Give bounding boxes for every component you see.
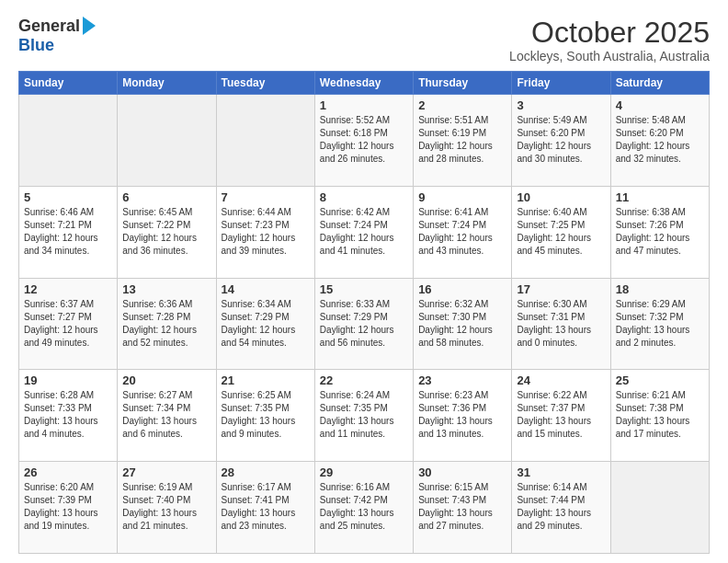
cell-info-text: and 39 minutes. <box>222 245 310 258</box>
cell-info-text: and 13 minutes. <box>418 428 506 441</box>
cell-info-text: Daylight: 12 hours <box>320 232 408 245</box>
calendar-cell: 21Sunrise: 6:25 AMSunset: 7:35 PMDayligh… <box>216 370 314 462</box>
cell-info-text: Sunrise: 5:52 AM <box>320 114 408 127</box>
day-number: 9 <box>418 190 506 204</box>
day-number: 30 <box>418 465 506 479</box>
calendar-cell: 31Sunrise: 6:14 AMSunset: 7:44 PMDayligh… <box>512 462 610 554</box>
day-number: 3 <box>517 98 605 112</box>
cell-info-text: Sunset: 6:20 PM <box>517 127 605 140</box>
calendar-table: SundayMondayTuesdayWednesdayThursdayFrid… <box>18 71 710 554</box>
day-number: 14 <box>222 282 310 296</box>
calendar-cell: 26Sunrise: 6:20 AMSunset: 7:39 PMDayligh… <box>19 462 118 554</box>
cell-info-text: Sunset: 7:21 PM <box>24 219 112 232</box>
cell-info-text: Sunrise: 6:36 AM <box>122 298 210 311</box>
day-number: 25 <box>616 373 704 387</box>
calendar-cell: 16Sunrise: 6:32 AMSunset: 7:30 PMDayligh… <box>414 278 512 370</box>
cell-info-text: Sunrise: 6:40 AM <box>517 206 605 219</box>
cell-info-text: Sunrise: 6:42 AM <box>320 206 408 219</box>
cell-info-text: Daylight: 13 hours <box>320 507 408 520</box>
cell-info-text: and 30 minutes. <box>517 153 605 166</box>
calendar-header-friday: Friday <box>512 72 610 95</box>
cell-info-text: Sunrise: 6:28 AM <box>24 389 112 402</box>
day-number: 6 <box>122 190 210 204</box>
cell-info-text: Sunset: 7:22 PM <box>122 219 210 232</box>
cell-info-text: Sunrise: 6:21 AM <box>616 389 704 402</box>
cell-info-text: Daylight: 13 hours <box>418 507 506 520</box>
cell-info-text: Daylight: 12 hours <box>616 140 704 153</box>
day-number: 11 <box>616 190 704 204</box>
calendar-header-tuesday: Tuesday <box>216 72 314 95</box>
cell-info-text: Daylight: 12 hours <box>222 324 310 337</box>
cell-info-text: Daylight: 12 hours <box>320 140 408 153</box>
cell-info-text: Daylight: 12 hours <box>517 232 605 245</box>
cell-info-text: Sunrise: 6:34 AM <box>222 298 310 311</box>
cell-info-text: Sunrise: 5:48 AM <box>616 114 704 127</box>
cell-info-text: and 25 minutes. <box>320 520 408 533</box>
calendar-body: 1Sunrise: 5:52 AMSunset: 6:18 PMDaylight… <box>19 95 710 554</box>
cell-info-text: and 21 minutes. <box>122 520 210 533</box>
calendar-cell: 8Sunrise: 6:42 AMSunset: 7:24 PMDaylight… <box>314 186 413 278</box>
calendar-cell <box>19 95 118 187</box>
cell-info-text: and 54 minutes. <box>222 337 310 350</box>
cell-info-text: Sunrise: 6:24 AM <box>320 389 408 402</box>
cell-info-text: Sunrise: 6:45 AM <box>122 206 210 219</box>
day-number: 20 <box>122 373 210 387</box>
cell-info-text: Daylight: 13 hours <box>24 415 112 428</box>
cell-info-text: and 15 minutes. <box>517 428 605 441</box>
cell-info-text: Sunset: 7:34 PM <box>122 402 210 415</box>
cell-info-text: Sunset: 7:29 PM <box>320 311 408 324</box>
cell-info-text: Sunset: 7:36 PM <box>418 402 506 415</box>
calendar-cell: 3Sunrise: 5:49 AMSunset: 6:20 PMDaylight… <box>512 95 610 187</box>
day-number: 4 <box>616 98 704 112</box>
cell-info-text: and 45 minutes. <box>517 245 605 258</box>
calendar-cell: 10Sunrise: 6:40 AMSunset: 7:25 PMDayligh… <box>512 186 610 278</box>
cell-info-text: and 56 minutes. <box>320 337 408 350</box>
cell-info-text: Sunset: 7:40 PM <box>122 494 210 507</box>
day-number: 2 <box>418 98 506 112</box>
cell-info-text: Sunset: 7:29 PM <box>222 311 310 324</box>
calendar-cell <box>610 462 709 554</box>
calendar-cell: 12Sunrise: 6:37 AMSunset: 7:27 PMDayligh… <box>19 278 118 370</box>
day-number: 12 <box>24 282 112 296</box>
cell-info-text: Daylight: 12 hours <box>418 140 506 153</box>
day-number: 19 <box>24 373 112 387</box>
cell-info-text: Sunset: 6:18 PM <box>320 127 408 140</box>
cell-info-text: Sunrise: 6:14 AM <box>517 481 605 494</box>
calendar-cell: 29Sunrise: 6:16 AMSunset: 7:42 PMDayligh… <box>314 462 413 554</box>
day-number: 23 <box>418 373 506 387</box>
cell-info-text: Sunset: 7:28 PM <box>122 311 210 324</box>
calendar-row-1: 5Sunrise: 6:46 AMSunset: 7:21 PMDaylight… <box>19 186 710 278</box>
calendar-header-monday: Monday <box>118 72 216 95</box>
calendar-cell: 23Sunrise: 6:23 AMSunset: 7:36 PMDayligh… <box>414 370 512 462</box>
day-number: 1 <box>320 98 408 112</box>
cell-info-text: and 28 minutes. <box>418 153 506 166</box>
cell-info-text: Sunset: 6:19 PM <box>418 127 506 140</box>
cell-info-text: Daylight: 12 hours <box>418 324 506 337</box>
cell-info-text: and 29 minutes. <box>517 520 605 533</box>
day-number: 21 <box>222 373 310 387</box>
cell-info-text: Sunrise: 6:38 AM <box>616 206 704 219</box>
cell-info-text: Daylight: 13 hours <box>517 324 605 337</box>
cell-info-text: and 19 minutes. <box>24 520 112 533</box>
calendar-cell: 25Sunrise: 6:21 AMSunset: 7:38 PMDayligh… <box>610 370 709 462</box>
cell-info-text: Daylight: 12 hours <box>320 324 408 337</box>
cell-info-text: and 58 minutes. <box>418 337 506 350</box>
cell-info-text: and 11 minutes. <box>320 428 408 441</box>
cell-info-text: Sunrise: 6:22 AM <box>517 389 605 402</box>
cell-info-text: and 41 minutes. <box>320 245 408 258</box>
cell-info-text: Sunset: 6:20 PM <box>616 127 704 140</box>
day-number: 8 <box>320 190 408 204</box>
cell-info-text: Sunset: 7:24 PM <box>320 219 408 232</box>
day-number: 7 <box>222 190 310 204</box>
calendar-header-thursday: Thursday <box>414 72 512 95</box>
cell-info-text: Daylight: 12 hours <box>517 140 605 153</box>
calendar-cell: 19Sunrise: 6:28 AMSunset: 7:33 PMDayligh… <box>19 370 118 462</box>
cell-info-text: Sunset: 7:33 PM <box>24 402 112 415</box>
calendar-header-row: SundayMondayTuesdayWednesdayThursdayFrid… <box>19 72 710 95</box>
cell-info-text: Sunset: 7:32 PM <box>616 311 704 324</box>
cell-info-text: Sunset: 7:37 PM <box>517 402 605 415</box>
cell-info-text: and 43 minutes. <box>418 245 506 258</box>
cell-info-text: Daylight: 12 hours <box>418 232 506 245</box>
cell-info-text: Daylight: 13 hours <box>222 507 310 520</box>
calendar-cell: 1Sunrise: 5:52 AMSunset: 6:18 PMDaylight… <box>314 95 413 187</box>
